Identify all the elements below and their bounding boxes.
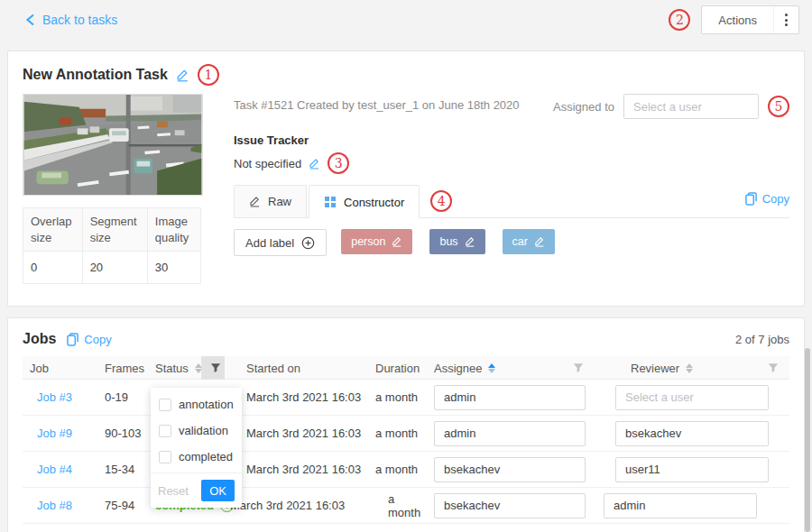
param-header-segment: Segment size bbox=[82, 208, 147, 252]
annotation-circle-3: 3 bbox=[328, 152, 349, 174]
label-chip-bus[interactable]: bus bbox=[429, 229, 484, 254]
job-started: March 3rd 2021 16:03 bbox=[225, 390, 366, 404]
annotation-circle-1: 1 bbox=[198, 64, 219, 86]
edit-label-icon[interactable] bbox=[534, 236, 545, 247]
job-link[interactable]: Job #9 bbox=[37, 427, 72, 440]
task-params-table: Overlap size Segment size Image quality … bbox=[23, 207, 201, 284]
tab-constructor[interactable]: Constructor bbox=[309, 185, 420, 218]
annotation-circle-4: 4 bbox=[430, 190, 452, 212]
col-header-status[interactable]: Status bbox=[150, 362, 201, 375]
job-frames: 75-94 bbox=[99, 499, 150, 512]
label-chip-car[interactable]: car bbox=[503, 229, 555, 254]
assignee-filter-button[interactable] bbox=[573, 362, 584, 373]
edit-issue-tracker-icon[interactable] bbox=[309, 158, 320, 170]
tab-raw[interactable]: Raw bbox=[234, 185, 307, 217]
tab-constructor-label: Constructor bbox=[344, 196, 404, 209]
block-icon bbox=[324, 196, 337, 208]
job-frames: 15-34 bbox=[99, 463, 150, 476]
param-value-segment: 20 bbox=[82, 252, 147, 284]
edit-task-name-icon[interactable] bbox=[176, 69, 189, 82]
top-bar: Back to tasks 2 Actions bbox=[0, 0, 812, 40]
edit-label-icon[interactable] bbox=[392, 236, 402, 247]
job-duration: a month bbox=[366, 492, 425, 519]
job-row: Job #4 15-34 March 3rd 2021 16:03 a mont… bbox=[23, 452, 789, 488]
filter-reset-button[interactable]: Reset bbox=[158, 484, 189, 498]
checkbox-validation[interactable] bbox=[159, 425, 171, 437]
job-link[interactable]: Job #4 bbox=[37, 463, 72, 476]
job-row: Job #3 0-19 March 3rd 2021 16:03 a month bbox=[23, 380, 789, 416]
job-reviewer-input[interactable] bbox=[615, 457, 769, 482]
copy-labels-link[interactable]: Copy bbox=[745, 192, 789, 206]
job-link[interactable]: Job #8 bbox=[37, 499, 72, 512]
col-header-frames[interactable]: Frames bbox=[99, 362, 150, 375]
back-to-tasks-link[interactable]: Back to tasks bbox=[25, 13, 117, 27]
filter-option-validation[interactable]: validation bbox=[151, 417, 242, 444]
filter-option-annotation[interactable]: annotation bbox=[151, 391, 242, 417]
status-filter-dropdown: annotation validation completed Reset OK bbox=[151, 388, 242, 508]
copy-icon bbox=[67, 333, 78, 346]
job-started: March 3rd 2021 16:03 bbox=[225, 499, 366, 512]
col-header-assignee[interactable]: Assignee bbox=[425, 362, 595, 375]
col-header-job[interactable]: Job bbox=[23, 362, 99, 375]
job-reviewer-input[interactable] bbox=[615, 385, 769, 410]
job-assignee-input[interactable] bbox=[434, 493, 586, 518]
task-meta-text: Task #1521 Created by test_user_1 on Jun… bbox=[234, 94, 520, 112]
jobs-count: 2 of 7 jobs bbox=[735, 333, 789, 346]
jobs-table: Job Frames Status Started on Duration As… bbox=[23, 356, 789, 524]
job-assignee-input[interactable] bbox=[434, 457, 586, 482]
plus-circle-icon bbox=[301, 236, 315, 250]
col-header-started[interactable]: Started on bbox=[225, 362, 366, 375]
jobs-table-header: Job Frames Status Started on Duration As… bbox=[23, 356, 789, 380]
assignee-sort-icon[interactable] bbox=[488, 363, 495, 373]
jobs-title: Jobs bbox=[23, 331, 56, 347]
add-label-button[interactable]: Add label bbox=[234, 229, 327, 256]
param-value-quality: 30 bbox=[147, 252, 200, 284]
reviewer-filter-button[interactable] bbox=[768, 362, 779, 373]
job-started: March 3rd 2021 16:03 bbox=[225, 427, 366, 440]
annotation-circle-5: 5 bbox=[768, 96, 789, 117]
chevron-left-icon bbox=[25, 14, 35, 26]
job-assignee-input[interactable] bbox=[434, 421, 586, 446]
label-chip-person-name: person bbox=[351, 235, 385, 248]
col-header-reviewer[interactable]: Reviewer bbox=[595, 362, 789, 375]
job-link[interactable]: Job #3 bbox=[37, 390, 72, 404]
job-reviewer-input[interactable] bbox=[604, 493, 757, 518]
edit-label-icon[interactable] bbox=[465, 236, 475, 247]
more-menu-icon[interactable] bbox=[774, 14, 798, 26]
task-details-card: New Annotation Task 1 bbox=[7, 50, 805, 307]
copy-icon bbox=[745, 192, 757, 206]
filter-option-completed[interactable]: completed bbox=[151, 444, 242, 470]
labels-editor: Raw Constructor 4 bbox=[234, 185, 789, 305]
job-duration: a month bbox=[366, 463, 425, 476]
reviewer-sort-icon[interactable] bbox=[686, 363, 693, 373]
label-chip-bus-name: bus bbox=[439, 235, 457, 248]
actions-button-label: Actions bbox=[702, 14, 773, 27]
checkbox-annotation[interactable] bbox=[159, 399, 171, 411]
jobs-card: Jobs Copy 2 of 7 jobs Job Frames Status bbox=[7, 317, 805, 532]
job-frames: 0-19 bbox=[99, 390, 150, 404]
filter-option-annotation-label: annotation bbox=[179, 398, 234, 411]
issue-tracker-value: Not specified bbox=[234, 157, 301, 170]
label-chip-car-name: car bbox=[512, 235, 528, 248]
checkbox-completed[interactable] bbox=[159, 451, 171, 463]
tab-raw-label: Raw bbox=[268, 195, 291, 208]
task-preview-image bbox=[23, 94, 203, 196]
back-to-tasks-label: Back to tasks bbox=[42, 13, 117, 27]
copy-jobs-label: Copy bbox=[84, 333, 111, 346]
copy-labels-label: Copy bbox=[762, 192, 789, 206]
assigned-to-input[interactable] bbox=[623, 94, 759, 119]
annotation-circle-2: 2 bbox=[669, 9, 690, 31]
job-reviewer-input[interactable] bbox=[615, 421, 769, 446]
param-header-overlap: Overlap size bbox=[23, 208, 83, 252]
label-chip-person[interactable]: person bbox=[341, 229, 412, 254]
scrollbar-thumb[interactable] bbox=[805, 348, 810, 532]
filter-ok-button[interactable]: OK bbox=[201, 480, 235, 501]
param-header-quality: Image quality bbox=[147, 208, 200, 252]
col-header-duration[interactable]: Duration bbox=[366, 362, 425, 375]
copy-jobs-link[interactable]: Copy bbox=[67, 333, 111, 346]
edit-icon bbox=[249, 196, 261, 207]
job-duration: a month bbox=[366, 390, 425, 404]
status-filter-button[interactable] bbox=[201, 356, 225, 380]
actions-button[interactable]: Actions bbox=[701, 5, 799, 34]
job-assignee-input[interactable] bbox=[434, 385, 586, 410]
